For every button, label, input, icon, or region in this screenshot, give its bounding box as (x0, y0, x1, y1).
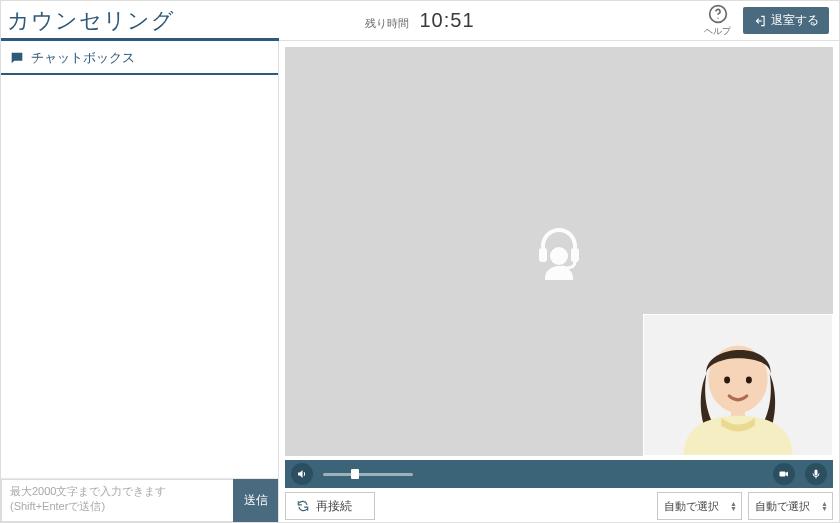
svg-point-8 (724, 377, 730, 384)
chat-log (1, 75, 278, 478)
leave-button[interactable]: 退室する (743, 7, 829, 34)
mic-icon (810, 468, 822, 480)
chat-panel-header: チャットボックス (1, 41, 278, 75)
camera-toggle-button[interactable] (773, 463, 795, 485)
send-button[interactable]: 送信 (233, 479, 278, 522)
page-title: カウンセリング (7, 6, 175, 36)
camera-select-value: 自動で選択 (664, 499, 719, 514)
camera-icon (778, 468, 790, 480)
select-arrows-icon: ▲▼ (730, 501, 737, 511)
svg-rect-11 (780, 472, 786, 477)
self-video (643, 314, 833, 456)
title-underline (1, 38, 279, 41)
leave-label: 退室する (771, 12, 819, 29)
timer-value: 10:51 (419, 9, 474, 32)
help-icon (708, 4, 728, 24)
mic-select-value: 自動で選択 (755, 499, 810, 514)
chat-input[interactable] (1, 479, 233, 522)
video-controls-bar (285, 460, 833, 488)
exit-icon (753, 14, 767, 28)
volume-slider[interactable] (323, 473, 413, 476)
chat-panel: チャットボックス 送信 (1, 41, 279, 522)
device-row: 再接続 自動で選択 ▲▼ 自動で選択 ▲▼ (285, 492, 833, 520)
timer: 残り時間 10:51 (365, 9, 474, 32)
svg-point-1 (717, 17, 718, 18)
chat-input-row: 送信 (1, 478, 278, 522)
svg-rect-12 (815, 470, 818, 476)
mic-toggle-button[interactable] (805, 463, 827, 485)
svg-point-9 (746, 377, 752, 384)
timer-label: 残り時間 (365, 16, 409, 31)
main-body: チャットボックス 送信 (1, 41, 839, 522)
remote-video (285, 47, 833, 456)
reconnect-button[interactable]: 再接続 (285, 492, 375, 520)
help-label: ヘルプ (704, 25, 731, 38)
volume-button[interactable] (291, 463, 313, 485)
self-video-image (644, 315, 832, 455)
select-arrows-icon: ▲▼ (821, 501, 828, 511)
svg-point-5 (550, 247, 568, 265)
header-bar: カウンセリング 残り時間 10:51 ヘルプ 退室する (1, 1, 839, 41)
chat-icon (9, 50, 25, 66)
video-panel: 再接続 自動で選択 ▲▼ 自動で選択 ▲▼ (279, 41, 839, 522)
header-actions: ヘルプ 退室する (704, 4, 829, 38)
svg-rect-3 (571, 248, 579, 262)
chat-panel-title: チャットボックス (31, 49, 135, 67)
mic-select[interactable]: 自動で選択 ▲▼ (748, 492, 833, 520)
refresh-icon (296, 499, 310, 513)
volume-thumb[interactable] (351, 469, 359, 479)
reconnect-label: 再接続 (316, 498, 352, 515)
camera-select[interactable]: 自動で選択 ▲▼ (657, 492, 742, 520)
speaker-icon (296, 468, 308, 480)
svg-rect-2 (539, 248, 547, 262)
help-button[interactable]: ヘルプ (704, 4, 731, 38)
spacer (381, 492, 651, 520)
app-root: カウンセリング 残り時間 10:51 ヘルプ 退室する チャットボックス (0, 0, 840, 523)
headset-avatar-icon (527, 218, 591, 286)
